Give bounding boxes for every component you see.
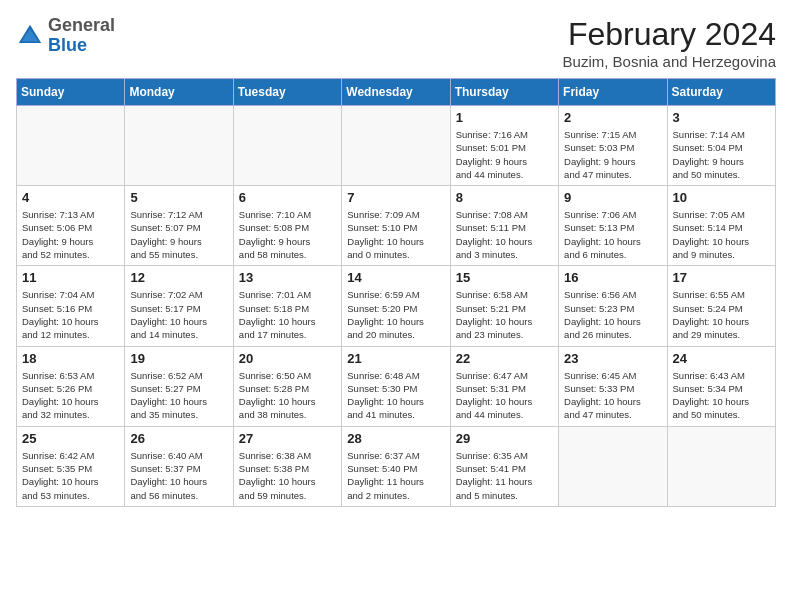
day-number: 14 [347,270,444,285]
page-header: General Blue February 2024 Buzim, Bosnia… [16,16,776,70]
logo-icon [16,22,44,50]
day-number: 24 [673,351,770,366]
weekday-header-wednesday: Wednesday [342,79,450,106]
day-info: Sunrise: 7:01 AM Sunset: 5:18 PM Dayligh… [239,288,336,341]
day-info: Sunrise: 7:08 AM Sunset: 5:11 PM Dayligh… [456,208,553,261]
calendar-cell: 16Sunrise: 6:56 AM Sunset: 5:23 PM Dayli… [559,266,667,346]
day-info: Sunrise: 7:16 AM Sunset: 5:01 PM Dayligh… [456,128,553,181]
day-number: 19 [130,351,227,366]
day-info: Sunrise: 7:13 AM Sunset: 5:06 PM Dayligh… [22,208,119,261]
day-number: 4 [22,190,119,205]
day-info: Sunrise: 6:45 AM Sunset: 5:33 PM Dayligh… [564,369,661,422]
day-info: Sunrise: 6:59 AM Sunset: 5:20 PM Dayligh… [347,288,444,341]
weekday-header-sunday: Sunday [17,79,125,106]
day-number: 16 [564,270,661,285]
day-info: Sunrise: 6:48 AM Sunset: 5:30 PM Dayligh… [347,369,444,422]
day-info: Sunrise: 6:38 AM Sunset: 5:38 PM Dayligh… [239,449,336,502]
day-number: 9 [564,190,661,205]
weekday-header-tuesday: Tuesday [233,79,341,106]
day-number: 11 [22,270,119,285]
weekday-header-row: SundayMondayTuesdayWednesdayThursdayFrid… [17,79,776,106]
day-number: 6 [239,190,336,205]
calendar-cell: 24Sunrise: 6:43 AM Sunset: 5:34 PM Dayli… [667,346,775,426]
day-info: Sunrise: 6:53 AM Sunset: 5:26 PM Dayligh… [22,369,119,422]
calendar-cell [233,106,341,186]
day-number: 1 [456,110,553,125]
calendar-cell: 8Sunrise: 7:08 AM Sunset: 5:11 PM Daylig… [450,186,558,266]
logo: General Blue [16,16,115,56]
calendar-cell: 28Sunrise: 6:37 AM Sunset: 5:40 PM Dayli… [342,426,450,506]
day-number: 10 [673,190,770,205]
calendar-cell: 6Sunrise: 7:10 AM Sunset: 5:08 PM Daylig… [233,186,341,266]
day-info: Sunrise: 7:10 AM Sunset: 5:08 PM Dayligh… [239,208,336,261]
day-info: Sunrise: 6:35 AM Sunset: 5:41 PM Dayligh… [456,449,553,502]
calendar-cell: 15Sunrise: 6:58 AM Sunset: 5:21 PM Dayli… [450,266,558,346]
day-number: 3 [673,110,770,125]
day-info: Sunrise: 6:55 AM Sunset: 5:24 PM Dayligh… [673,288,770,341]
day-number: 27 [239,431,336,446]
calendar-week-1: 1Sunrise: 7:16 AM Sunset: 5:01 PM Daylig… [17,106,776,186]
day-info: Sunrise: 7:15 AM Sunset: 5:03 PM Dayligh… [564,128,661,181]
day-info: Sunrise: 6:56 AM Sunset: 5:23 PM Dayligh… [564,288,661,341]
day-info: Sunrise: 6:50 AM Sunset: 5:28 PM Dayligh… [239,369,336,422]
day-number: 15 [456,270,553,285]
calendar-week-3: 11Sunrise: 7:04 AM Sunset: 5:16 PM Dayli… [17,266,776,346]
logo-blue-text: Blue [48,35,87,55]
day-number: 29 [456,431,553,446]
calendar-cell: 23Sunrise: 6:45 AM Sunset: 5:33 PM Dayli… [559,346,667,426]
day-info: Sunrise: 6:52 AM Sunset: 5:27 PM Dayligh… [130,369,227,422]
calendar-cell: 3Sunrise: 7:14 AM Sunset: 5:04 PM Daylig… [667,106,775,186]
calendar-cell: 10Sunrise: 7:05 AM Sunset: 5:14 PM Dayli… [667,186,775,266]
calendar-cell: 14Sunrise: 6:59 AM Sunset: 5:20 PM Dayli… [342,266,450,346]
day-number: 17 [673,270,770,285]
calendar-cell: 19Sunrise: 6:52 AM Sunset: 5:27 PM Dayli… [125,346,233,426]
calendar-cell [342,106,450,186]
day-number: 7 [347,190,444,205]
calendar-cell: 18Sunrise: 6:53 AM Sunset: 5:26 PM Dayli… [17,346,125,426]
calendar-week-2: 4Sunrise: 7:13 AM Sunset: 5:06 PM Daylig… [17,186,776,266]
calendar-cell: 22Sunrise: 6:47 AM Sunset: 5:31 PM Dayli… [450,346,558,426]
title-block: February 2024 Buzim, Bosnia and Herzegov… [563,16,776,70]
calendar-cell: 25Sunrise: 6:42 AM Sunset: 5:35 PM Dayli… [17,426,125,506]
calendar-cell: 1Sunrise: 7:16 AM Sunset: 5:01 PM Daylig… [450,106,558,186]
day-info: Sunrise: 6:42 AM Sunset: 5:35 PM Dayligh… [22,449,119,502]
day-info: Sunrise: 6:58 AM Sunset: 5:21 PM Dayligh… [456,288,553,341]
weekday-header-thursday: Thursday [450,79,558,106]
weekday-header-monday: Monday [125,79,233,106]
calendar-cell: 20Sunrise: 6:50 AM Sunset: 5:28 PM Dayli… [233,346,341,426]
calendar-cell: 17Sunrise: 6:55 AM Sunset: 5:24 PM Dayli… [667,266,775,346]
calendar-cell [17,106,125,186]
day-info: Sunrise: 6:47 AM Sunset: 5:31 PM Dayligh… [456,369,553,422]
calendar-cell [125,106,233,186]
calendar-cell: 5Sunrise: 7:12 AM Sunset: 5:07 PM Daylig… [125,186,233,266]
day-number: 23 [564,351,661,366]
calendar-cell: 13Sunrise: 7:01 AM Sunset: 5:18 PM Dayli… [233,266,341,346]
day-info: Sunrise: 7:04 AM Sunset: 5:16 PM Dayligh… [22,288,119,341]
calendar-cell: 9Sunrise: 7:06 AM Sunset: 5:13 PM Daylig… [559,186,667,266]
day-number: 8 [456,190,553,205]
logo-general-text: General [48,15,115,35]
day-info: Sunrise: 7:06 AM Sunset: 5:13 PM Dayligh… [564,208,661,261]
day-number: 25 [22,431,119,446]
day-number: 18 [22,351,119,366]
calendar-cell: 11Sunrise: 7:04 AM Sunset: 5:16 PM Dayli… [17,266,125,346]
weekday-header-saturday: Saturday [667,79,775,106]
day-info: Sunrise: 6:40 AM Sunset: 5:37 PM Dayligh… [130,449,227,502]
calendar-cell: 21Sunrise: 6:48 AM Sunset: 5:30 PM Dayli… [342,346,450,426]
calendar-week-4: 18Sunrise: 6:53 AM Sunset: 5:26 PM Dayli… [17,346,776,426]
calendar-cell: 7Sunrise: 7:09 AM Sunset: 5:10 PM Daylig… [342,186,450,266]
calendar-cell: 4Sunrise: 7:13 AM Sunset: 5:06 PM Daylig… [17,186,125,266]
calendar-cell [667,426,775,506]
day-info: Sunrise: 7:05 AM Sunset: 5:14 PM Dayligh… [673,208,770,261]
calendar-cell: 29Sunrise: 6:35 AM Sunset: 5:41 PM Dayli… [450,426,558,506]
calendar-week-5: 25Sunrise: 6:42 AM Sunset: 5:35 PM Dayli… [17,426,776,506]
location: Buzim, Bosnia and Herzegovina [563,53,776,70]
day-info: Sunrise: 6:43 AM Sunset: 5:34 PM Dayligh… [673,369,770,422]
calendar-cell: 2Sunrise: 7:15 AM Sunset: 5:03 PM Daylig… [559,106,667,186]
day-number: 22 [456,351,553,366]
calendar-cell: 26Sunrise: 6:40 AM Sunset: 5:37 PM Dayli… [125,426,233,506]
day-number: 28 [347,431,444,446]
calendar-cell: 12Sunrise: 7:02 AM Sunset: 5:17 PM Dayli… [125,266,233,346]
calendar-cell: 27Sunrise: 6:38 AM Sunset: 5:38 PM Dayli… [233,426,341,506]
day-number: 21 [347,351,444,366]
